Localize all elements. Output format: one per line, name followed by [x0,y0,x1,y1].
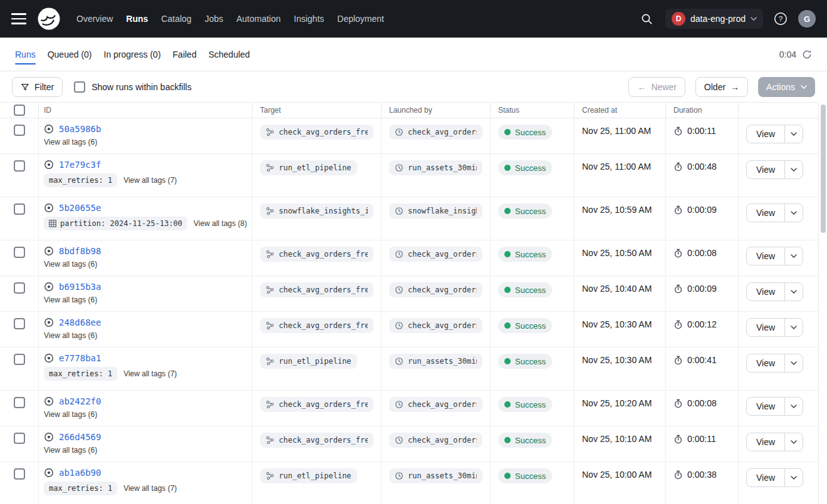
launched-by-tag[interactable]: check_avg_orders_f… [389,318,482,333]
target-tag[interactable]: check_avg_orders_freshne [260,397,373,412]
actions-button[interactable]: Actions [758,77,815,97]
row-checkbox[interactable] [14,160,25,172]
view-run-button[interactable]: View [746,203,785,222]
nav-item-deployment[interactable]: Deployment [337,14,384,24]
select-all-checkbox[interactable] [14,105,25,116]
scrollbar-track[interactable] [818,102,827,504]
launched-by-tag[interactable]: run_assets_30min [389,354,482,369]
row-checkbox[interactable] [14,318,25,329]
backfills-toggle[interactable]: Show runs within backfills [74,81,192,93]
tab-scheduled[interactable]: Scheduled [209,49,250,59]
view-dropdown-button[interactable] [784,282,803,301]
user-avatar[interactable]: G [798,10,816,28]
launched-by-tag[interactable]: check_avg_orders_f… [389,433,482,448]
run-id-link[interactable]: 5b20655e [59,203,101,213]
view-run-button[interactable]: View [746,468,785,487]
view-run-button[interactable]: View [746,282,785,301]
target-tag[interactable]: check_avg_orders_freshne [260,125,373,140]
view-run-button[interactable]: View [746,125,785,143]
run-id-link[interactable]: 17e79c3f [59,160,101,170]
tab-runs[interactable]: Runs [15,49,36,59]
launched-by-tag[interactable]: check_avg_orders_f… [389,125,482,140]
filter-button[interactable]: Filter [12,77,63,97]
row-checkbox[interactable] [14,433,25,444]
view-dropdown-button[interactable] [784,203,803,222]
help-icon[interactable]: ? [772,11,789,27]
view-all-tags-link[interactable]: View all tags (6) [44,296,97,304]
view-run-button[interactable]: View [746,318,785,337]
launched-by-tag[interactable]: run_assets_30min [389,468,482,483]
run-id-link[interactable]: b6915b3a [59,282,101,292]
view-dropdown-button[interactable] [784,468,803,487]
view-run-button[interactable]: View [746,247,785,265]
run-tag-pill[interactable]: max_retries: 1 [44,367,117,381]
run-id-link[interactable]: 50a5986b [59,124,101,134]
launched-by-tag[interactable]: check_avg_orders_f… [389,247,482,262]
run-id-link[interactable]: 8bdf8b98 [59,246,101,256]
target-tag[interactable]: check_avg_orders_freshne [260,318,373,333]
view-all-tags-link[interactable]: View all tags (8) [194,219,247,228]
view-all-tags-link[interactable]: View all tags (6) [44,410,97,419]
deployment-switcher[interactable]: D data-eng-prod [665,9,763,29]
search-icon[interactable] [637,9,656,28]
view-all-tags-link[interactable]: View all tags (6) [44,446,97,455]
launched-by-tag[interactable]: check_avg_orders_f… [389,282,482,297]
row-checkbox[interactable] [14,282,25,294]
row-checkbox[interactable] [14,354,25,365]
row-checkbox[interactable] [14,247,25,258]
view-all-tags-link[interactable]: View all tags (6) [44,331,97,340]
run-tag-pill[interactable]: max_retries: 1 [44,173,117,187]
run-id-link[interactable]: 266d4569 [59,432,101,442]
scrollbar-thumb[interactable] [821,105,826,233]
hamburger-menu-icon[interactable] [11,11,26,27]
row-checkbox[interactable] [14,397,25,408]
view-all-tags-link[interactable]: View all tags (6) [44,260,97,269]
nav-item-automation[interactable]: Automation [236,14,281,24]
row-checkbox[interactable] [14,125,25,136]
view-dropdown-button[interactable] [784,354,803,373]
view-run-button[interactable]: View [746,160,785,179]
view-all-tags-link[interactable]: View all tags (6) [44,138,97,147]
run-tag-pill[interactable]: partition: 2024-11-25-13:00 [44,217,187,230]
dagster-logo[interactable] [36,6,61,31]
view-dropdown-button[interactable] [784,318,803,337]
view-dropdown-button[interactable] [784,125,803,143]
view-all-tags-link[interactable]: View all tags (7) [123,484,177,493]
backfills-checkbox[interactable] [74,81,85,93]
target-tag[interactable]: check_avg_orders_freshne [260,282,373,297]
refresh-icon[interactable] [802,49,812,59]
view-run-button[interactable]: View [746,433,785,451]
view-dropdown-button[interactable] [784,433,803,451]
target-tag[interactable]: check_avg_orders_freshne [260,247,373,262]
tab-in-progress-0[interactable]: In progress (0) [104,49,161,59]
view-dropdown-button[interactable] [784,160,803,179]
run-id-link[interactable]: ab2422f0 [59,396,101,406]
target-tag[interactable]: check_avg_orders_freshne [260,433,373,448]
view-dropdown-button[interactable] [784,247,803,265]
nav-item-overview[interactable]: Overview [76,14,113,24]
run-tag-pill[interactable]: max_retries: 1 [44,481,117,495]
nav-item-runs[interactable]: Runs [126,14,148,24]
view-run-button[interactable]: View [746,397,785,416]
newer-button[interactable]: ← Newer [628,77,685,97]
target-tag[interactable]: snowflake_insights_import [260,203,373,219]
launched-by-tag[interactable]: check_avg_orders_f… [389,397,482,412]
view-dropdown-button[interactable] [784,397,803,416]
target-tag[interactable]: run_etl_pipeline [260,354,357,369]
run-id-link[interactable]: 248d68ee [59,317,101,327]
view-run-button[interactable]: View [746,354,785,373]
launched-by-tag[interactable]: snowflake_insights_… [389,203,482,219]
older-button[interactable]: Older → [695,77,748,97]
nav-item-jobs[interactable]: Jobs [205,14,224,24]
tab-failed[interactable]: Failed [173,49,197,59]
run-id-link[interactable]: ab1a6b90 [59,468,101,478]
view-all-tags-link[interactable]: View all tags (7) [123,369,177,378]
target-tag[interactable]: run_etl_pipeline [260,160,357,175]
row-checkbox[interactable] [14,203,25,215]
tab-queued-0[interactable]: Queued (0) [48,49,92,59]
target-tag[interactable]: run_etl_pipeline [260,468,357,483]
nav-item-catalog[interactable]: Catalog [161,14,191,24]
view-all-tags-link[interactable]: View all tags (7) [123,176,177,185]
launched-by-tag[interactable]: run_assets_30min [389,160,482,175]
nav-item-insights[interactable]: Insights [294,14,324,24]
